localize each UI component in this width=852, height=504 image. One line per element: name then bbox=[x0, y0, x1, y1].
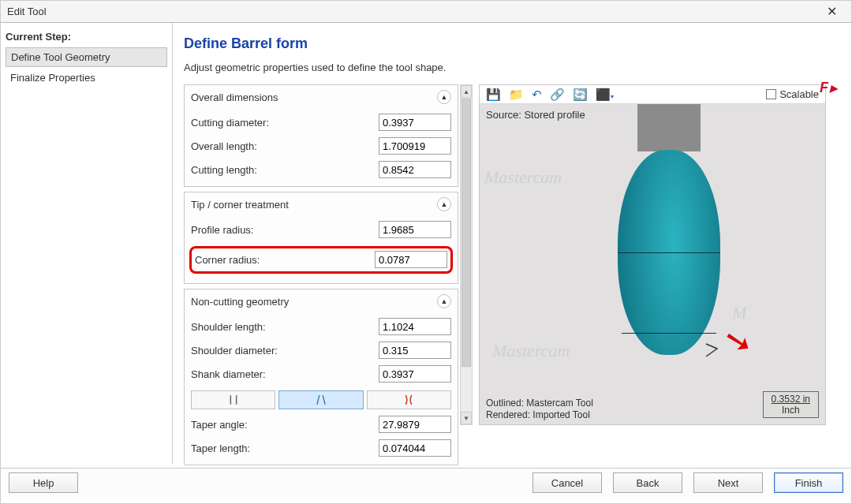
sidebar-heading: Current Step: bbox=[6, 31, 172, 43]
form-scrollbar[interactable]: ▲ ▼ bbox=[460, 84, 473, 425]
input-cutting-diameter[interactable] bbox=[379, 114, 451, 131]
label-taper-angle: Taper angle: bbox=[191, 419, 248, 431]
step-finalize-properties[interactable]: Finalize Properties bbox=[6, 69, 167, 87]
assembly-icon[interactable]: ⬛▾ bbox=[596, 88, 614, 100]
group-title: Tip / corner treatment bbox=[191, 199, 289, 211]
finish-button[interactable]: Finish bbox=[774, 472, 843, 493]
group-tip-corner: Tip / corner treatment ▲ Profile radius:… bbox=[184, 192, 458, 284]
scroll-thumb[interactable] bbox=[462, 99, 471, 367]
panes: Overall dimensions ▲ Cutting diameter: O… bbox=[184, 84, 840, 465]
input-shoulder-diameter[interactable] bbox=[379, 342, 451, 359]
main: Current Step: Define Tool Geometry Final… bbox=[1, 22, 851, 464]
label-profile-radius: Profile radius: bbox=[191, 224, 253, 236]
highlight-corner-radius: Corner radius: bbox=[189, 246, 453, 274]
tool-tipline bbox=[622, 333, 716, 334]
preview-panel: 💾 📁 ↶ 🔗 🔄 ⬛▾ Scalable Source: Stored pro… bbox=[479, 84, 826, 425]
brand-logo-icon: F▶ bbox=[820, 80, 837, 96]
input-shank-diameter[interactable] bbox=[379, 365, 451, 383]
scale-ruler: 0.3532 in Inch bbox=[763, 391, 819, 418]
refresh-icon[interactable]: 🔄 bbox=[573, 88, 588, 100]
label-shoulder-diameter: Shoulder diameter: bbox=[191, 345, 278, 357]
preview-footer-labels: Outlined: Mastercam Tool Rendered: Impor… bbox=[486, 398, 593, 421]
label-corner-radius: Corner radius: bbox=[195, 254, 260, 266]
group-header-tip[interactable]: Tip / corner treatment ▲ bbox=[185, 192, 458, 216]
group-non-cutting: Non-cutting geometry ▲ Shoulder length: … bbox=[184, 289, 458, 465]
folder-icon[interactable]: 📁 bbox=[509, 88, 524, 100]
shank-shape-segment bbox=[191, 390, 451, 409]
watermark: Mastercam bbox=[484, 167, 562, 188]
ruler-value: 0.3532 in bbox=[772, 394, 810, 405]
ruler-unit: Inch bbox=[772, 405, 810, 416]
next-button[interactable]: Next bbox=[693, 472, 763, 493]
label-taper-length: Taper length: bbox=[191, 442, 250, 454]
sidebar: Current Step: Define Tool Geometry Final… bbox=[1, 23, 173, 464]
form-column: Overall dimensions ▲ Cutting diameter: O… bbox=[184, 84, 458, 465]
label-cutting-length: Cutting length: bbox=[191, 164, 257, 176]
step-list: Define Tool Geometry Finalize Properties bbox=[6, 47, 167, 87]
preview-viewport[interactable]: Source: Stored profile Mastercam M Maste… bbox=[480, 104, 825, 424]
tool-shaft bbox=[637, 104, 701, 151]
content: Define Barrel form Adjust geometric prop… bbox=[173, 23, 851, 464]
group-header-overall[interactable]: Overall dimensions ▲ bbox=[185, 85, 458, 109]
label-shank-diameter: Shank diameter: bbox=[191, 368, 266, 380]
scalable-label: Scalable bbox=[779, 88, 819, 100]
preview-toolbar: 💾 📁 ↶ 🔗 🔄 ⬛▾ Scalable bbox=[480, 85, 825, 104]
save-icon[interactable]: 💾 bbox=[486, 88, 501, 100]
group-title: Non-cutting geometry bbox=[191, 296, 289, 308]
group-title: Overall dimensions bbox=[191, 91, 278, 103]
callout-arrow-icon: ➘ bbox=[720, 319, 755, 363]
scroll-down-icon[interactable]: ▼ bbox=[461, 412, 472, 424]
titlebar: Edit Tool ✕ bbox=[1, 1, 851, 22]
shank-shape-necked[interactable] bbox=[367, 390, 451, 409]
step-define-tool-geometry[interactable]: Define Tool Geometry bbox=[6, 47, 167, 67]
help-button[interactable]: Help bbox=[9, 472, 78, 493]
corner-indicator-icon bbox=[703, 341, 723, 361]
back-button[interactable]: Back bbox=[613, 472, 682, 493]
tool-midline bbox=[618, 252, 720, 253]
input-cutting-length[interactable] bbox=[379, 161, 451, 178]
cancel-button[interactable]: Cancel bbox=[532, 472, 602, 493]
scalable-checkbox[interactable] bbox=[766, 89, 776, 99]
shank-shape-tapered[interactable] bbox=[278, 390, 363, 409]
input-corner-radius[interactable] bbox=[375, 251, 447, 268]
close-icon[interactable]: ✕ bbox=[819, 4, 845, 19]
form-scroll-area: Overall dimensions ▲ Cutting diameter: O… bbox=[184, 84, 473, 465]
input-overall-length[interactable] bbox=[379, 137, 451, 155]
page-subtitle: Adjust geometric properties used to defi… bbox=[184, 62, 840, 73]
group-header-noncut[interactable]: Non-cutting geometry ▲ bbox=[185, 289, 458, 313]
watermark: Mastercam bbox=[492, 341, 570, 361]
shank-shape-straight[interactable] bbox=[191, 390, 275, 409]
chevron-up-icon[interactable]: ▲ bbox=[437, 197, 451, 211]
group-overall-dimensions: Overall dimensions ▲ Cutting diameter: O… bbox=[184, 84, 458, 187]
rendered-label: Rendered: Imported Tool bbox=[486, 409, 593, 421]
link-icon[interactable]: 🔗 bbox=[550, 88, 565, 100]
outlined-label: Outlined: Mastercam Tool bbox=[486, 398, 593, 409]
scroll-up-icon[interactable]: ▲ bbox=[461, 85, 472, 98]
dialog-buttons: Help Cancel Back Next Finish bbox=[1, 468, 851, 497]
label-shoulder-length: Shoulder length: bbox=[191, 321, 266, 333]
label-overall-length: Overall length: bbox=[191, 140, 257, 152]
page-title: Define Barrel form bbox=[184, 35, 840, 52]
chevron-up-icon[interactable]: ▲ bbox=[437, 294, 451, 308]
undo-icon[interactable]: ↶ bbox=[532, 88, 542, 100]
input-profile-radius[interactable] bbox=[379, 221, 451, 238]
window-title: Edit Tool bbox=[7, 6, 47, 17]
input-taper-length[interactable] bbox=[379, 439, 451, 457]
source-label: Source: Stored profile bbox=[486, 109, 585, 121]
chevron-up-icon[interactable]: ▲ bbox=[437, 90, 451, 104]
input-shoulder-length[interactable] bbox=[379, 318, 451, 335]
input-taper-angle[interactable] bbox=[379, 416, 451, 433]
label-cutting-diameter: Cutting diameter: bbox=[191, 117, 269, 129]
